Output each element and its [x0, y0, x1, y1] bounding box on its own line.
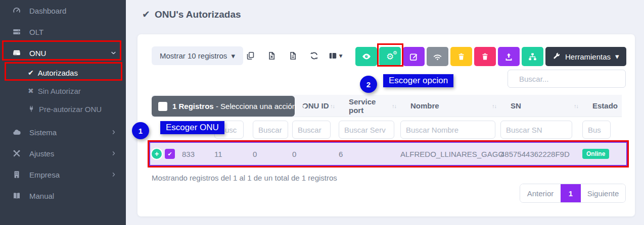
select-all-checkbox[interactable] [158, 102, 167, 111]
table-row[interactable]: + ✔ 833 11 0 0 6 ALFREDO_LLINARES_GAGO 4… [149, 142, 627, 166]
column-header-service-port[interactable]: Service port ↑↓ [339, 97, 400, 115]
x-icon: ✖ [28, 87, 34, 95]
sidebar-subitem-label: Autorizadas [38, 69, 78, 77]
sidebar-item-onu[interactable]: ONU [0, 42, 126, 64]
copy-icon [246, 51, 255, 61]
expand-row-button[interactable]: + [152, 149, 162, 159]
sidebar-item-pre-autorizar[interactable]: Pre-autorizar ONU [0, 100, 126, 118]
sidebar-item-manual[interactable]: Manual [0, 185, 126, 206]
sort-icon[interactable]: ↑↓ [492, 103, 496, 109]
sidebar-item-ajustes[interactable]: Ajustes [0, 143, 126, 164]
sidebar-item-label: ONU [29, 49, 46, 58]
upload-button[interactable] [498, 47, 520, 66]
caret-down-icon: ▾ [302, 102, 306, 111]
column-header-estado[interactable]: Estado [582, 101, 622, 110]
cell-service-port: 6 [339, 150, 400, 158]
refresh-button[interactable] [303, 46, 325, 65]
file-excel-icon [267, 51, 277, 61]
wrench-icon [553, 52, 561, 61]
caret-down-icon: ▾ [231, 51, 235, 61]
export-toolbar: ▾ [240, 46, 346, 65]
edit-icon [409, 52, 419, 62]
sidebar-item-sistema[interactable]: Sistema [0, 122, 126, 143]
edit-button[interactable] [403, 47, 425, 66]
view-button[interactable] [355, 47, 377, 66]
sitemap-icon [528, 52, 537, 62]
chevron-right-icon [111, 129, 117, 135]
show-entries-dropdown[interactable]: Mostrar 10 registros ▾ [152, 46, 243, 65]
sidebar-item-label: Ajustes [29, 149, 54, 158]
upload-icon [504, 52, 514, 62]
chevron-right-icon [111, 150, 117, 156]
columns-icon [328, 51, 338, 61]
sidebar-item-sin-autorizar[interactable]: ✖ Sin Autorizar [0, 82, 126, 100]
sidebar-item-autorizadas[interactable]: ✔ Autorizadas [0, 64, 126, 82]
gauge-icon [11, 6, 22, 15]
server-icon [11, 27, 22, 36]
cloud-icon [11, 128, 22, 137]
pagination: Anterior 1 Siguiente [520, 184, 626, 203]
sidebar-item-label: Dashboard [29, 7, 66, 15]
chevron-right-icon [111, 172, 117, 178]
trash-icon [457, 52, 466, 61]
filter-input[interactable] [400, 121, 495, 139]
plug-icon [28, 105, 35, 112]
export-file-button[interactable] [282, 46, 303, 65]
status-badge: Online [582, 149, 609, 159]
sidebar-subitem-label: Sin Autorizar [38, 87, 81, 95]
sidebar-item-olt[interactable]: OLT [0, 21, 126, 42]
filter-input[interactable] [292, 121, 331, 139]
check-icon: ✔ [142, 9, 150, 20]
table-info: Mostrando registros del 1 al 1 de un tot… [152, 174, 337, 182]
annotation-label-escoger-opcion: Escoger opcion [383, 74, 453, 87]
wifi-button[interactable] [427, 47, 448, 66]
search-box [508, 70, 626, 88]
gears-icon: ⚙⚙ [386, 52, 394, 61]
export-excel-button[interactable] [261, 46, 282, 65]
copy-button[interactable] [240, 46, 261, 65]
delete-button[interactable] [450, 47, 472, 66]
column-header-sn[interactable]: SN ↑↓ [500, 101, 582, 110]
sidebar-item-empresa[interactable]: Empresa [0, 164, 126, 185]
filter-input[interactable] [582, 121, 611, 139]
table-header: ONU ID ↑↓ Service port ↑↓ Nombre ↑↓ SN ↑… [152, 95, 622, 117]
eye-icon [361, 51, 372, 62]
tools-dropdown[interactable]: Herramientas ▾ [545, 47, 626, 66]
sort-icon[interactable]: ↑↓ [330, 103, 335, 109]
onu-device-icon [11, 48, 22, 58]
sort-icon[interactable]: ↑↓ [574, 103, 578, 109]
pagination-page-1[interactable]: 1 [561, 184, 581, 202]
column-header-nombre[interactable]: Nombre ↑↓ [400, 101, 500, 110]
filter-input[interactable] [500, 121, 572, 139]
sidebar: Dashboard OLT ONU ✔ Autorizadas ✖ Si [0, 0, 126, 225]
filter-input[interactable] [253, 121, 288, 139]
column-header-onu-id[interactable]: ONU ID ↑↓ [292, 101, 339, 110]
annotation-step-badge-2: 2 [360, 76, 377, 93]
pagination-next[interactable]: Siguiente [581, 184, 625, 202]
pagination-prev[interactable]: Anterior [520, 184, 561, 202]
search-input[interactable] [519, 75, 620, 83]
configure-button[interactable]: ⚙⚙ [379, 47, 401, 66]
trash-icon [481, 52, 489, 61]
book-icon [11, 191, 22, 200]
filter-input[interactable] [339, 121, 394, 139]
sidebar-item-label: Sistema [29, 128, 57, 137]
delete-force-button[interactable] [474, 47, 496, 66]
tools-icon [11, 149, 22, 158]
row-checkbox[interactable]: ✔ [165, 149, 175, 159]
annotation-red-box-row: + ✔ 833 11 0 0 6 ALFREDO_LLINARES_GAGO 4… [148, 140, 629, 167]
cell-id: 833 [182, 150, 214, 158]
chevron-down-icon [110, 50, 117, 57]
cell-nombre: ALFREDO_LLINARES_GAGO [400, 150, 500, 158]
sidebar-item-label: Manual [29, 192, 54, 200]
sitemap-button[interactable] [522, 47, 543, 66]
cell-onu-id: 0 [292, 150, 339, 158]
select-action-dropdown[interactable]: 1 Registros - Selecciona una acción ▾ [152, 96, 295, 117]
refresh-icon [309, 51, 319, 61]
wifi-icon [432, 51, 443, 62]
sort-icon[interactable]: ↑↓ [392, 103, 396, 109]
building-icon [11, 170, 22, 179]
column-visibility-button[interactable]: ▾ [325, 46, 346, 65]
sidebar-item-dashboard[interactable]: Dashboard [0, 0, 126, 21]
sidebar-item-label: OLT [29, 28, 43, 36]
